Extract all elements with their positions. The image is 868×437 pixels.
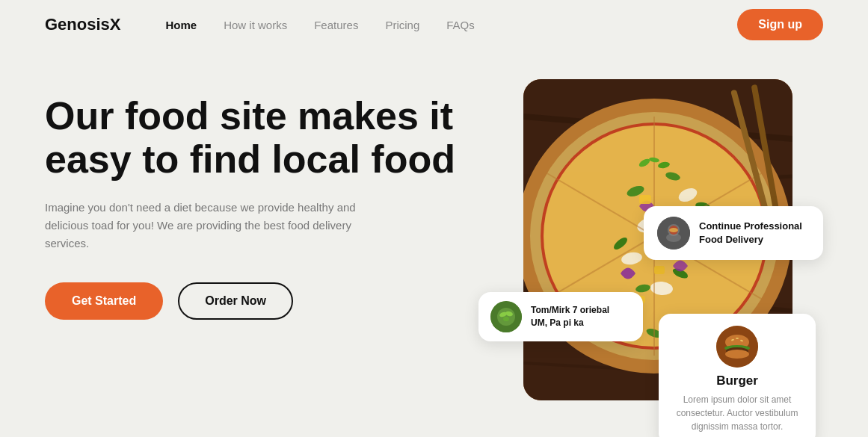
burger-icon: [716, 326, 758, 368]
order-now-button[interactable]: Order Now: [178, 282, 293, 320]
burger-description: Lorem ipsum dolor sit amet consectetur. …: [672, 393, 802, 433]
card-burger: Burger Lorem ipsum dolor sit amet consec…: [659, 314, 816, 437]
card-delivery-text: Continue Professional Food Delivery: [699, 220, 810, 247]
tomirk-icon: [490, 301, 522, 332]
get-started-button[interactable]: Get Started: [45, 282, 163, 320]
tomirk-line2: UM, Pa pi ka: [531, 317, 609, 329]
logo: GenosisX: [45, 15, 120, 34]
nav-links: Home How it works Features Pricing FAQs: [165, 19, 737, 31]
nav-home[interactable]: Home: [165, 19, 197, 31]
hero-buttons: Get Started Order Now: [45, 282, 464, 320]
hero-left: Our food site makes it easy to find loca…: [45, 79, 464, 320]
signup-button[interactable]: Sign up: [737, 9, 823, 40]
card-food-delivery: Continue Professional Food Delivery: [644, 206, 823, 260]
burger-title: Burger: [672, 374, 802, 388]
hero-title: Our food site makes it easy to find loca…: [45, 94, 464, 181]
card-tomirk: Tom/Mirk 7 oriebal UM, Pa pi ka: [478, 292, 643, 341]
hero-right: Continue Professional Food Delivery Tom/…: [478, 79, 823, 437]
food-delivery-icon: [657, 217, 690, 250]
main-content: Our food site makes it easy to find loca…: [0, 49, 868, 437]
svg-rect-26: [639, 195, 651, 204]
svg-point-52: [725, 350, 749, 359]
hero-description: Imagine you don't need a diet because we…: [45, 199, 389, 252]
nav-how-it-works[interactable]: How it works: [224, 19, 287, 31]
tomirk-line1: Tom/Mirk 7 oriebal: [531, 304, 609, 317]
navbar: GenosisX Home How it works Features Pric…: [0, 0, 868, 49]
nav-faqs[interactable]: FAQs: [446, 19, 475, 31]
svg-rect-28: [654, 266, 665, 274]
tomirk-text: Tom/Mirk 7 oriebal UM, Pa pi ka: [531, 304, 609, 329]
nav-features[interactable]: Features: [314, 19, 358, 31]
nav-pricing[interactable]: Pricing: [385, 19, 419, 31]
svg-point-48: [736, 338, 739, 339]
svg-point-39: [669, 228, 678, 232]
